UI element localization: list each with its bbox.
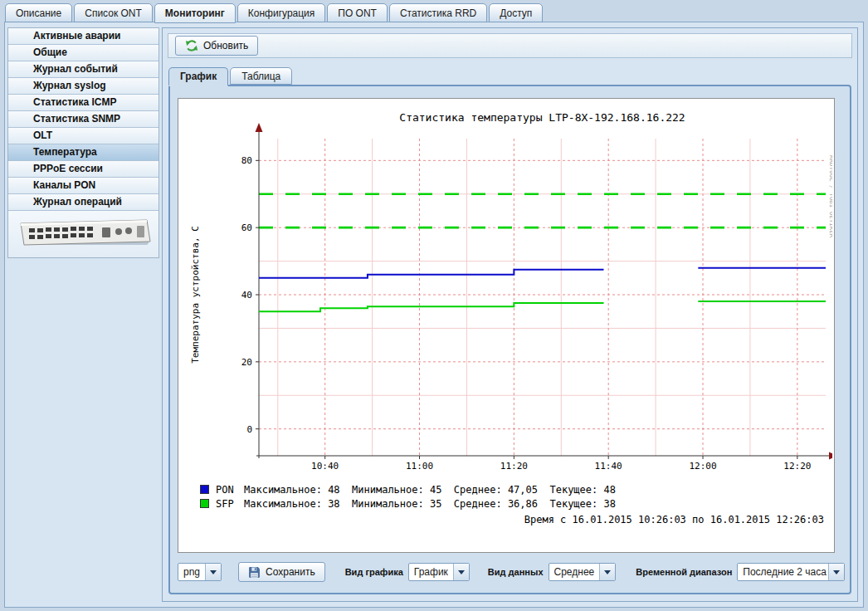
chevron-down-icon <box>453 564 469 580</box>
svg-text:0: 0 <box>246 424 252 435</box>
sidebar-item-pon-channels[interactable]: Каналы PON <box>8 178 158 194</box>
tab-access[interactable]: Доступ <box>489 3 543 22</box>
save-button-label: Сохранить <box>266 566 315 578</box>
toolbar: Обновить <box>168 33 852 58</box>
monitoring-sidebar: Активные аварии Общие Журнал событий Жур… <box>7 27 159 258</box>
tab-rrd-statistics[interactable]: Статистика RRD <box>389 3 487 22</box>
chart-scroll-area: 10:4011:0011:2011:4012:0012:20020406080С… <box>178 98 835 553</box>
refresh-button[interactable]: Обновить <box>175 36 258 56</box>
chart-legend: PON Максимальное: 48 Минимальное: 45 Сре… <box>200 482 834 525</box>
legend-series-stats: Максимальное: 48 Минимальное: 45 Среднее… <box>244 484 616 496</box>
chart-controls: png <box>178 561 842 583</box>
sidebar-item-snmp-statistics[interactable]: Статистика SNMP <box>8 111 158 128</box>
svg-text:12:00: 12:00 <box>689 461 716 472</box>
sidebar-item-event-log[interactable]: Журнал событий <box>8 61 158 78</box>
tab-ont-firmware[interactable]: ПО ONT <box>327 3 388 22</box>
content-panel: Обновить График Таблица 10:4011:0011:201… <box>162 27 858 602</box>
tab-configuration[interactable]: Конфигурация <box>237 3 326 22</box>
svg-text:80: 80 <box>241 155 252 166</box>
olt-device-image <box>8 211 158 257</box>
view-tabbar: График Таблица <box>168 67 294 85</box>
svg-text:Статистика температуры LTP-8X-: Статистика температуры LTP-8X-192.168.16… <box>399 111 685 124</box>
chart-time-range: Время с 16.01.2015 10:26:03 по 16.01.201… <box>200 514 834 525</box>
sidebar-item-operations-log[interactable]: Журнал операций <box>8 194 158 211</box>
sidebar-item-general[interactable]: Общие <box>8 45 158 61</box>
olt-device-drawing <box>16 215 152 253</box>
data-kind-value: Среднее <box>549 564 600 580</box>
tab-table[interactable]: Таблица <box>230 67 292 85</box>
main-tabbar: Описание Список ONT Мониторинг Конфигура… <box>5 3 544 22</box>
legend-series-name: SFP <box>216 498 244 510</box>
svg-text:11:20: 11:20 <box>500 461 528 472</box>
svg-text:12:20: 12:20 <box>783 461 811 472</box>
graph-type-label: Вид графика <box>345 567 403 577</box>
refresh-button-label: Обновить <box>203 40 248 51</box>
graph-type-select[interactable]: График <box>408 563 470 581</box>
save-icon <box>248 566 261 579</box>
tab-monitoring[interactable]: Мониторинг <box>154 3 236 23</box>
pon-legend-swatch <box>200 485 209 494</box>
sidebar-item-syslog-log[interactable]: Журнал syslog <box>8 78 158 95</box>
svg-text:40: 40 <box>241 290 252 301</box>
sidebar-item-active-alarms[interactable]: Активные аварии <box>8 28 158 45</box>
svg-text:20: 20 <box>241 357 252 368</box>
chevron-down-icon <box>599 564 615 580</box>
tab-ont-list[interactable]: Список ONT <box>74 3 153 22</box>
chevron-down-icon <box>205 564 221 580</box>
data-kind-select[interactable]: Среднее <box>549 563 617 581</box>
sidebar-item-olt[interactable]: OLT <box>8 128 158 144</box>
tab-graph[interactable]: График <box>168 67 228 86</box>
svg-text:11:40: 11:40 <box>595 461 622 472</box>
chevron-down-icon <box>828 564 844 580</box>
tab-description[interactable]: Описание <box>5 3 72 22</box>
sfp-legend-swatch <box>200 499 209 508</box>
svg-text:11:00: 11:00 <box>406 461 433 472</box>
svg-text:Температура устройства, C: Температура устройства, C <box>190 226 201 364</box>
main-frame: Активные аварии Общие Журнал событий Жур… <box>4 22 864 608</box>
svg-text:RRDTOOL / TOBI OETIKER: RRDTOOL / TOBI OETIKER <box>828 155 832 238</box>
image-format-value: png <box>178 564 205 580</box>
legend-row-sfp: SFP Максимальное: 38 Минимальное: 35 Сре… <box>200 496 834 511</box>
data-kind-label: Вид данных <box>488 567 544 577</box>
image-format-select[interactable]: png <box>178 563 222 581</box>
sidebar-item-pppoe-sessions[interactable]: PPPoE сессии <box>8 161 158 178</box>
svg-text:10:40: 10:40 <box>311 461 339 472</box>
svg-text:60: 60 <box>241 222 252 233</box>
graph-tab-panel: 10:4011:0011:2011:4012:0012:20020406080С… <box>168 85 851 594</box>
time-range-label: Временной диапазон <box>636 567 732 577</box>
legend-series-name: PON <box>216 484 244 496</box>
temperature-chart: 10:4011:0011:2011:4012:0012:20020406080С… <box>180 100 832 481</box>
graph-type-value: График <box>409 564 453 580</box>
refresh-icon <box>185 39 198 52</box>
time-range-value: Последние 2 часа <box>738 564 828 580</box>
sidebar-item-temperature[interactable]: Температура <box>8 144 158 161</box>
application-window: Описание Список ONT Мониторинг Конфигура… <box>0 0 868 611</box>
sidebar-item-icmp-statistics[interactable]: Статистика ICMP <box>8 95 158 111</box>
legend-row-pon: PON Максимальное: 48 Минимальное: 45 Сре… <box>200 482 834 496</box>
legend-series-stats: Максимальное: 38 Минимальное: 35 Среднее… <box>244 498 616 510</box>
save-button[interactable]: Сохранить <box>238 562 325 582</box>
time-range-select[interactable]: Последние 2 часа <box>737 563 845 581</box>
